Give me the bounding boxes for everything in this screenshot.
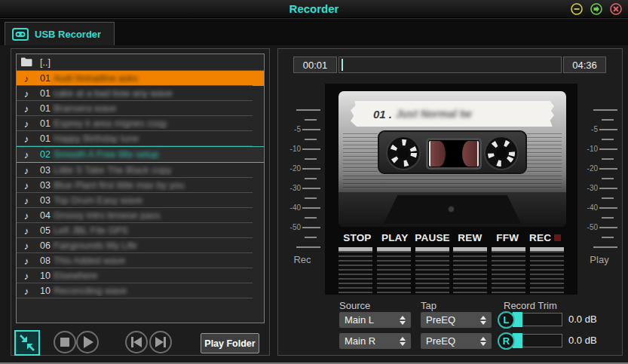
meter-tick: -5 <box>581 124 617 134</box>
deck-label-rec: REC <box>526 231 564 245</box>
progress-bar[interactable] <box>339 57 562 73</box>
cassette-icon <box>12 28 29 41</box>
spinner-arrows-icon <box>480 316 486 325</box>
meter-tick <box>284 105 320 115</box>
previous-icon <box>131 337 142 347</box>
previous-track-button[interactable] <box>125 331 148 353</box>
stop-button[interactable] <box>54 331 76 353</box>
tap-select-l[interactable]: PreEQ <box>421 312 492 328</box>
next-icon <box>155 337 166 347</box>
file-row[interactable]: ♪10Elsewhere <box>17 268 264 283</box>
file-row[interactable]: ♪01Audi Nstradtne asks <box>17 71 264 86</box>
meter-tick <box>581 232 617 242</box>
meter-tick: -30 <box>284 183 320 193</box>
deck-label-pause: PAUSE <box>414 231 452 245</box>
tab-usb-recorder[interactable]: USB Recorder <box>5 22 115 46</box>
deck-pad-stop[interactable] <box>339 247 372 293</box>
track-number: 03 <box>40 165 51 176</box>
track-name: This Added wave <box>54 255 125 266</box>
meter-tick <box>284 242 320 252</box>
spinner-arrows-icon <box>400 337 406 346</box>
parent-directory-row[interactable]: [..] <box>17 54 264 71</box>
track-name: Reconciling wave <box>54 286 127 296</box>
parent-directory-label: [..] <box>40 57 51 68</box>
music-note-icon: ♪ <box>17 286 36 296</box>
file-row[interactable]: ♪01Esprey it area mignes coqy <box>17 116 264 131</box>
trim-channel-badge-l: L <box>498 311 515 329</box>
next-track-button[interactable] <box>149 331 172 353</box>
track-number: 01 <box>40 133 51 144</box>
io-row-r: Main RPreEQR0.0 dB <box>278 333 622 350</box>
meter-tick <box>284 173 320 183</box>
io-row-l: Main LPreEQL0.0 dB <box>278 312 622 329</box>
app-window: Recorder USB R <box>0 0 628 364</box>
deck-pad-rew[interactable] <box>453 247 487 293</box>
file-row[interactable]: ♪01Happy Birthday tune <box>17 131 264 146</box>
track-number: 03 <box>40 180 51 191</box>
play-folder-button[interactable]: Play Folder <box>201 333 259 353</box>
track-name: Happy Birthday tune <box>54 133 139 144</box>
close-button[interactable] <box>610 3 622 15</box>
deck-button-pads <box>339 247 564 293</box>
tape-window <box>426 138 482 170</box>
file-row[interactable]: ♪03Blue Plant first little max by you <box>17 178 264 193</box>
track-number: 04 <box>40 210 51 221</box>
meter-tick <box>284 134 320 144</box>
meter-tick <box>581 115 617 124</box>
file-list: [..] ♪01Audi Nstradtne asks♪01cake at a … <box>16 54 265 323</box>
tap-select-r[interactable]: PreEQ <box>421 333 492 349</box>
minimize-button[interactable] <box>571 3 583 15</box>
progress-cursor[interactable] <box>342 59 343 71</box>
deck-pad-play[interactable] <box>377 247 411 293</box>
cassette-ridges-right <box>527 133 562 173</box>
cassette-body: 01 . Just Normal tw <box>339 91 566 227</box>
content-area: [..] ♪01Audi Nstradtne asks♪01cake at a … <box>0 45 628 364</box>
record-meter-label: Rec <box>284 254 320 265</box>
collapse-panel-button[interactable] <box>14 330 40 356</box>
file-row[interactable]: ♪05Left JBL File GPS <box>17 223 264 238</box>
record-meter-scale: -5-10-20-30-40-50 Rec <box>284 105 320 265</box>
file-row[interactable]: ♪04Groovy intro browse pass <box>17 208 264 223</box>
record-indicator <box>554 234 561 241</box>
cassette-track-name: Just Normal tw <box>396 108 471 120</box>
source-select-r[interactable]: Main R <box>339 333 411 349</box>
music-note-icon: ♪ <box>17 241 36 251</box>
track-number: 01 <box>40 103 51 114</box>
music-note-icon: ♪ <box>17 74 36 84</box>
music-note-icon: ♪ <box>17 211 36 221</box>
deck-pad-ffw[interactable] <box>492 247 525 293</box>
file-row[interactable]: ♪03Top Drum Easy wave <box>17 193 264 208</box>
cassette-ridges-bottom <box>343 176 562 191</box>
deck-label-stop: STOP <box>339 231 376 245</box>
meter-tick: -20 <box>284 164 320 173</box>
meter-tick <box>284 154 320 164</box>
total-time-display: 04:36 <box>563 57 606 73</box>
track-name: Fairgrounds My Life <box>54 240 136 251</box>
collapse-arrows-icon <box>17 333 37 353</box>
track-number: 03 <box>40 195 51 206</box>
file-row[interactable]: ♪10Reconciling wave <box>17 283 264 298</box>
file-row[interactable]: ♪01cake at a bad bow any wave <box>17 86 264 101</box>
deck-pad-pause[interactable] <box>415 247 449 293</box>
file-row[interactable]: ♪03Little S Take The Black copy <box>17 163 264 178</box>
window-controls <box>571 3 622 15</box>
file-row[interactable]: ♪06Fairgrounds My Life <box>17 238 264 253</box>
meter-tick <box>581 173 617 183</box>
file-row[interactable]: ♪01Bransera wave <box>17 101 264 116</box>
trim-slider-r[interactable] <box>512 334 562 347</box>
cassette-label: 01 . Just Normal tw <box>351 101 554 127</box>
record-trim-label: Record Trim <box>504 300 557 311</box>
tap-label: Tap <box>421 300 437 311</box>
play-icon <box>84 336 93 348</box>
maximize-button[interactable] <box>590 3 602 15</box>
music-note-icon: ♪ <box>17 226 36 236</box>
play-button[interactable] <box>76 331 99 353</box>
track-name: Audi Nstradtne asks <box>54 73 138 84</box>
music-note-icon: ♪ <box>17 256 36 266</box>
source-select-l[interactable]: Main L <box>339 312 411 328</box>
meter-tick <box>581 242 617 252</box>
file-row[interactable]: ♪02Smooth A Free Mix setup <box>17 146 264 163</box>
deck-pad-rec[interactable] <box>530 247 564 293</box>
file-row[interactable]: ♪08This Added wave <box>17 253 264 268</box>
trim-slider-l[interactable] <box>512 313 562 326</box>
